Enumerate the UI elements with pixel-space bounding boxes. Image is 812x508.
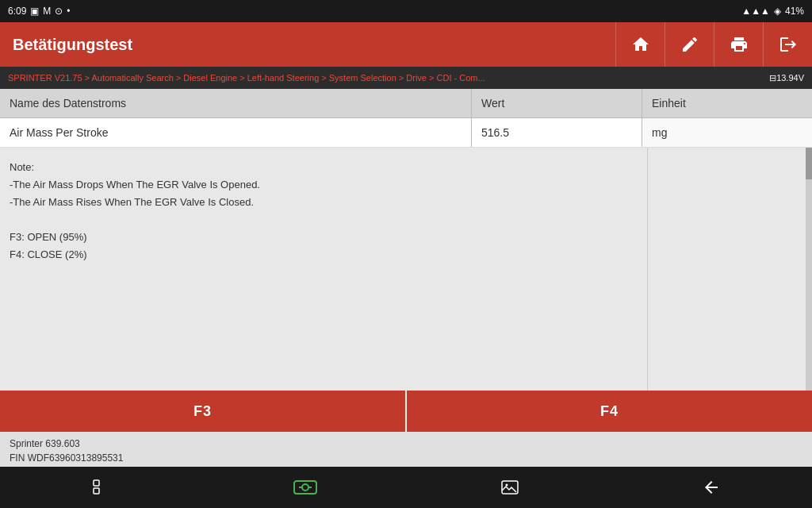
function-buttons: F3 F4 xyxy=(0,391,812,432)
page-title: Betätigungstest xyxy=(0,36,615,54)
data-rows: Air Mass Per Stroke 516.5 mg xyxy=(0,118,812,148)
row-name: Air Mass Per Stroke xyxy=(0,118,471,147)
nav-back-button[interactable] xyxy=(702,478,721,497)
print-button[interactable] xyxy=(714,22,763,67)
notes-right-area xyxy=(647,148,812,391)
col-header-wert: Wert xyxy=(471,89,642,117)
footer-line1: Sprinter 639.603 xyxy=(10,437,802,451)
note-line-2: -The Air Mass Drops When The EGR Valve I… xyxy=(10,176,638,194)
content-area: Name des Datenstroms Wert Einheit Air Ma… xyxy=(0,89,812,467)
home-button[interactable] xyxy=(615,22,665,67)
svg-rect-1 xyxy=(94,488,99,494)
status-wifi-icon: ◈ xyxy=(774,6,781,17)
status-bullet-icon: • xyxy=(67,6,70,17)
footer-line2: FIN WDF63960313895531 xyxy=(10,451,802,465)
note-line-5: F3: OPEN (95%) xyxy=(10,229,638,246)
f4-button[interactable]: F4 xyxy=(407,391,812,432)
status-battery: 41% xyxy=(785,6,804,17)
header: Betätigungstest xyxy=(0,22,812,67)
app-container: Betätigungstest SPRINTER V21.75 > Automa… xyxy=(0,22,812,467)
scrollbar[interactable] xyxy=(806,148,812,391)
svg-rect-0 xyxy=(94,480,99,486)
row-einheit: mg xyxy=(642,118,812,147)
note-line-6: F4: CLOSE (2%) xyxy=(10,246,638,264)
footer-info: Sprinter 639.603 FIN WDF63960313895531 xyxy=(0,432,812,467)
row-wert: 516.5 xyxy=(471,118,642,147)
table-header: Name des Datenstroms Wert Einheit xyxy=(0,89,812,118)
nav-recent-button[interactable] xyxy=(91,478,110,497)
nav-gallery-button[interactable] xyxy=(500,478,519,497)
table-row: Air Mass Per Stroke 516.5 mg xyxy=(0,118,812,148)
breadcrumb: SPRINTER V21.75 > Automatically Search >… xyxy=(0,67,812,89)
notes-content: Note: -The Air Mass Drops When The EGR V… xyxy=(10,159,638,379)
note-spacer xyxy=(10,211,638,229)
status-settings-icon: ⊙ xyxy=(55,6,63,17)
status-msg-icon: M xyxy=(43,6,51,17)
col-header-name: Name des Datenstroms xyxy=(0,89,471,117)
edit-button[interactable] xyxy=(665,22,714,67)
status-signal-icon: ▲▲▲ xyxy=(741,6,770,17)
nav-bar xyxy=(0,467,812,508)
f3-button[interactable]: F3 xyxy=(0,391,405,432)
svg-point-3 xyxy=(302,484,308,491)
svg-rect-2 xyxy=(294,481,316,494)
svg-point-7 xyxy=(506,484,508,487)
nav-vci-button[interactable] xyxy=(293,478,318,497)
status-time: 6:09 xyxy=(8,6,26,17)
header-actions xyxy=(615,22,812,67)
note-line-1: Note: xyxy=(10,159,638,176)
scrollbar-thumb[interactable] xyxy=(806,148,812,179)
status-sim-icon: ▣ xyxy=(30,6,39,17)
exit-button[interactable] xyxy=(763,22,812,67)
status-bar: 6:09 ▣ M ⊙ • ▲▲▲ ◈ 41% xyxy=(0,0,812,22)
breadcrumb-text: SPRINTER V21.75 > Automatically Search >… xyxy=(8,73,485,83)
notes-area: Note: -The Air Mass Drops When The EGR V… xyxy=(0,148,647,391)
voltage-display: ⊟13.94V xyxy=(769,73,804,83)
col-header-einheit: Einheit xyxy=(642,89,812,117)
note-line-3: -The Air Mass Rises When The EGR Valve I… xyxy=(10,194,638,211)
